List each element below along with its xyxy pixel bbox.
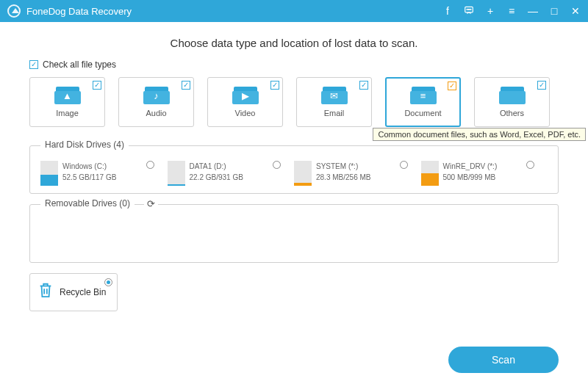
svg-point-3 — [470, 9, 471, 10]
title-actions: f + ≡ — □ ✕ — [442, 5, 581, 18]
svg-point-2 — [468, 9, 469, 10]
drive-icon — [294, 161, 312, 186]
type-checkbox[interactable]: ✓ — [448, 81, 456, 90]
folder-icon: ▲ — [56, 87, 79, 104]
check-all-row[interactable]: ✓ Check all file types — [29, 59, 559, 70]
drive-info: DATA1 (D:)22.2 GB/931 GB — [190, 161, 243, 183]
type-card-others[interactable]: ✓Others — [474, 77, 550, 127]
type-label: Video — [235, 109, 256, 117]
drive-size: 52.5 GB/117 GB — [62, 172, 116, 183]
title-bar: FoneDog Data Recovery f + ≡ — □ ✕ — [0, 0, 588, 22]
drive-name: SYSTEM (*:) — [316, 161, 370, 172]
type-checkbox[interactable]: ✓ — [182, 81, 190, 90]
type-checkbox[interactable]: ✓ — [93, 81, 101, 90]
app-logo-icon — [7, 4, 21, 18]
folder-icon: ♪ — [145, 87, 168, 104]
check-all-label: Check all file types — [43, 59, 116, 70]
drive-name: Windows (C:) — [62, 161, 116, 172]
type-label: Email — [324, 109, 345, 117]
tooltip: Common document files, such as Word, Exc… — [373, 128, 586, 141]
scan-button[interactable]: Scan — [448, 347, 559, 373]
type-checkbox[interactable]: ✓ — [359, 81, 368, 90]
drive-item[interactable]: WinRE_DRV (*:)500 MB/999 MB — [421, 161, 548, 186]
type-card-video[interactable]: ✓▶Video — [207, 77, 283, 127]
refresh-icon[interactable]: ⟳ — [144, 198, 158, 209]
folder-icon: ✉ — [323, 87, 346, 104]
type-label: Image — [56, 109, 79, 117]
minimize-icon[interactable]: — — [528, 5, 538, 17]
drive-radio[interactable] — [526, 161, 534, 169]
main-content: Choose data type and location of lost da… — [0, 22, 588, 330]
folder-icon: ▶ — [234, 87, 257, 104]
menu-icon[interactable]: ≡ — [506, 5, 517, 17]
removable-fieldset: Removable Drives (0) ⟳ — [29, 204, 559, 263]
recycle-bin-card[interactable]: Recycle Bin — [29, 273, 118, 311]
drive-size: 28.3 MB/256 MB — [316, 172, 370, 183]
drive-info: Windows (C:)52.5 GB/117 GB — [62, 161, 116, 183]
drive-name: WinRE_DRV (*:) — [443, 161, 498, 172]
drive-icon — [421, 161, 439, 186]
drive-item[interactable]: SYSTEM (*:)28.3 MB/256 MB — [294, 161, 421, 186]
hard-disk-fieldset: Hard Disk Drives (4) Windows (C:)52.5 GB… — [29, 145, 559, 194]
type-label: Others — [500, 109, 524, 117]
drive-item[interactable]: Windows (C:)52.5 GB/117 GB — [40, 161, 168, 186]
type-checkbox[interactable]: ✓ — [537, 81, 546, 90]
close-icon[interactable]: ✕ — [570, 5, 581, 17]
recycle-bin-label: Recycle Bin — [60, 287, 106, 297]
type-label: Audio — [146, 109, 166, 117]
type-card-audio[interactable]: ✓♪Audio — [118, 77, 194, 127]
type-card-email[interactable]: ✓✉Email — [296, 77, 372, 127]
facebook-icon[interactable]: f — [442, 5, 453, 17]
drive-radio[interactable] — [400, 161, 408, 169]
recycle-bin-radio[interactable] — [104, 278, 112, 286]
hard-disk-legend: Hard Disk Drives (4) — [40, 140, 129, 150]
page-heading: Choose data type and location of lost da… — [29, 37, 559, 49]
maximize-icon[interactable]: □ — [549, 5, 559, 17]
folder-icon — [501, 87, 524, 104]
app-title: FoneDog Data Recovery — [26, 6, 442, 17]
drive-name: DATA1 (D:) — [190, 161, 243, 172]
check-all-checkbox[interactable]: ✓ — [29, 60, 38, 69]
svg-point-1 — [467, 9, 467, 10]
drive-radio[interactable] — [146, 161, 154, 169]
removable-legend: Removable Drives (0) — [40, 198, 135, 209]
type-checkbox[interactable]: ✓ — [270, 81, 279, 90]
drive-radio[interactable] — [273, 161, 281, 169]
drive-info: WinRE_DRV (*:)500 MB/999 MB — [443, 161, 498, 183]
drive-icon — [40, 161, 58, 186]
plus-icon[interactable]: + — [485, 5, 495, 17]
drive-size: 22.2 GB/931 GB — [190, 172, 243, 183]
feedback-icon[interactable] — [464, 5, 474, 18]
file-types-row: ✓▲Image✓♪Audio✓▶Video✓✉Email✓≡Document✓O… — [29, 77, 559, 127]
trash-icon — [37, 281, 54, 303]
folder-icon: ≡ — [412, 87, 435, 104]
drive-icon — [168, 161, 185, 186]
type-card-image[interactable]: ✓▲Image — [29, 77, 105, 127]
drive-info: SYSTEM (*:)28.3 MB/256 MB — [316, 161, 370, 183]
hard-disk-drives: Windows (C:)52.5 GB/117 GBDATA1 (D:)22.2… — [40, 161, 548, 186]
drive-item[interactable]: DATA1 (D:)22.2 GB/931 GB — [168, 161, 295, 186]
drive-size: 500 MB/999 MB — [443, 172, 498, 183]
type-label: Document — [404, 109, 441, 117]
type-card-document[interactable]: ✓≡Document — [385, 77, 461, 127]
